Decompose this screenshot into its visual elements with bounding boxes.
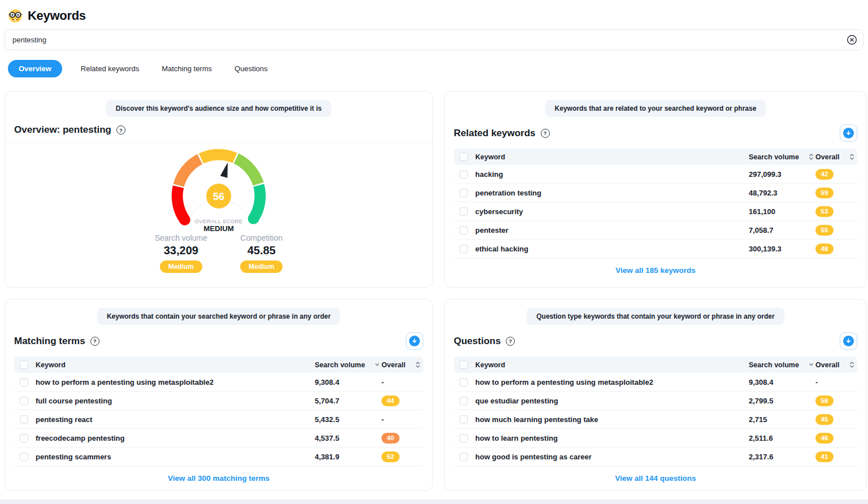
search-volume-cell: 4,381.9 [315,453,381,461]
view-all-matching-terms-link[interactable]: View all 300 matching terms [5,474,432,483]
row-checkbox[interactable] [20,415,28,424]
row-checkbox[interactable] [459,415,468,424]
overview-hint: Discover this keyword's audience size an… [106,100,331,117]
overview-card-title: Overview: pentesting [14,124,111,136]
related-keywords-hint: Keywords that are related to your search… [545,100,766,117]
row-checkbox[interactable] [459,226,468,234]
row-checkbox[interactable] [20,397,28,405]
row-checkbox[interactable] [459,434,468,442]
sort-both-icon[interactable] [415,361,420,368]
download-icon [843,128,854,138]
keyword-cell: full course pentesting [36,397,315,405]
metric-level-badge: Medium [160,260,202,273]
keyword-cell: how to perform a pentesting using metasp… [36,378,315,386]
table-row: full course pentesting 5,704.7 44 [14,392,423,410]
keyword-cell: penetration testing [475,189,749,197]
row-checkbox[interactable] [20,453,28,461]
tab-questions[interactable]: Questions [231,60,272,77]
select-all-checkbox[interactable] [20,360,28,369]
help-icon[interactable]: ? [116,125,125,134]
gauge-needle [220,162,232,178]
table-header: Keyword Search volume Overall [14,357,423,373]
download-button[interactable] [840,332,857,350]
search-bar [5,29,863,50]
row-checkbox[interactable] [459,207,468,216]
overall-score-badge: 52 [381,451,400,462]
gauge-caption: OVERALL SCORE [195,218,243,224]
table-header: Keyword Search volume Overall [454,357,857,373]
row-checkbox[interactable] [459,397,468,405]
table-row: pentesting scammers 4,381.9 52 [14,447,423,466]
overall-score-badge: 48 [815,244,834,254]
sort-desc-icon[interactable] [375,363,380,367]
tab-bar: Overview Related keywords Matching terms… [8,60,868,77]
table-row: how to perform a pentesting using metasp… [454,373,857,392]
table-row: cybersecurity 161,100 53 [454,202,857,221]
search-volume-cell: 7,058.7 [749,226,815,234]
overall-score-badge: 59 [815,188,834,198]
metric-value: 33,209 [155,244,207,257]
metric-label: Competition [240,233,283,242]
overall-score-badge: 41 [815,451,834,462]
row-checkbox[interactable] [459,189,468,197]
overall-score-gauge: 56 OVERALL SCORE MEDIUM Search volume 33… [5,142,432,273]
view-all-questions-link[interactable]: View all 144 questions [445,474,866,483]
table-row: how good is pentesting as career 2,317.6… [454,447,857,466]
app-header: Keywords [0,0,868,23]
circle-x-icon [847,34,857,45]
help-icon[interactable]: ? [541,129,550,138]
sort-desc-icon[interactable] [809,363,814,367]
row-checkbox[interactable] [459,245,468,253]
keyword-cell: freecodecamp pentesting [36,434,315,442]
keyword-cell: how good is pentesting as career [475,453,749,461]
row-checkbox[interactable] [20,434,28,442]
search-volume-cell: 9,308.4 [749,378,815,386]
row-checkbox[interactable] [20,378,28,386]
help-icon[interactable]: ? [506,337,515,346]
download-button[interactable] [840,124,857,142]
keyword-cell: ethical hacking [475,245,749,253]
column-search-volume: Search volume [749,153,799,161]
search-input[interactable] [12,36,847,44]
keyword-cell: pentester [475,226,749,234]
overall-empty: - [381,415,384,424]
tab-related-keywords[interactable]: Related keywords [77,60,143,77]
sort-both-icon[interactable] [849,153,854,160]
download-button[interactable] [406,332,423,350]
overall-empty: - [815,378,818,386]
sort-both-icon[interactable] [849,361,854,368]
select-all-checkbox[interactable] [459,153,468,161]
matching-terms-hint: Keywords that contain your searched keyw… [97,308,340,325]
metric-label: Search volume [155,233,207,242]
table-header: Keyword Search volume Overall [454,149,857,165]
table-row: pentester 7,058.7 55 [454,221,857,240]
competition-metric: Competition 45.85 Medium [240,233,283,273]
clear-search-button[interactable] [847,34,857,45]
select-all-checkbox[interactable] [459,360,468,369]
overview-card: Discover this keyword's audience size an… [5,91,433,288]
keyword-cell: pentesting react [36,415,315,424]
sort-both-icon[interactable] [809,153,814,160]
tab-matching-terms[interactable]: Matching terms [158,60,216,77]
search-volume-cell: 9,308.4 [315,378,381,386]
overall-score-badge: 44 [381,396,400,406]
keyword-cell: pentesting scammers [36,453,315,461]
row-checkbox[interactable] [459,378,468,386]
metric-level-badge: Medium [240,260,283,273]
search-volume-metric: Search volume 33,209 Medium [155,233,207,273]
tab-overview[interactable]: Overview [8,60,62,77]
view-all-keywords-link[interactable]: View all 185 keywords [445,266,866,275]
help-icon[interactable]: ? [90,337,99,346]
row-checkbox[interactable] [459,453,468,461]
row-checkbox[interactable] [459,170,468,179]
gauge-chart: 56 OVERALL SCORE MEDIUM [157,146,281,233]
keyword-cell: cybersecurity [475,207,749,216]
search-volume-cell: 2,715 [749,415,815,424]
overall-score-badge: 40 [381,433,400,444]
overall-score-badge: 53 [815,206,834,217]
keyword-cell: how much learning pentesting take [475,415,749,424]
overall-score-badge: 42 [815,169,834,180]
overall-score-badge: 45 [815,414,834,425]
matching-terms-card: Keywords that contain your searched keyw… [5,299,433,491]
download-icon [409,336,420,346]
